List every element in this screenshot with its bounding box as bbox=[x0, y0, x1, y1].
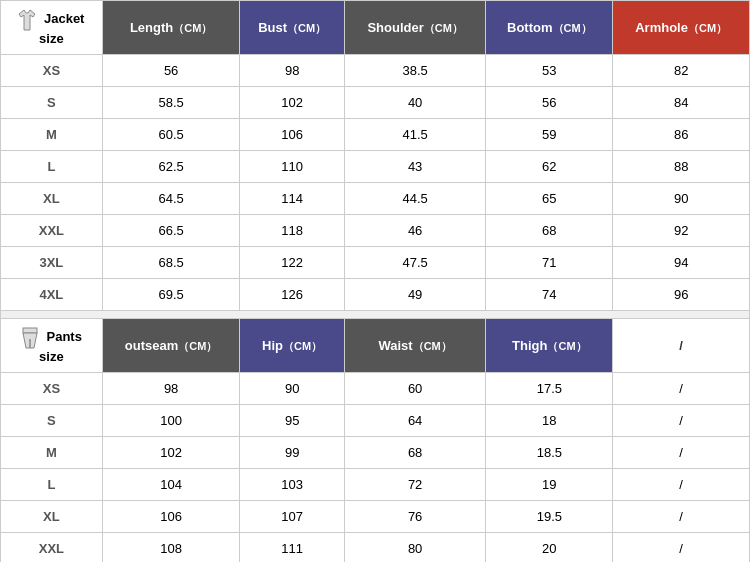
size-label: M bbox=[1, 437, 103, 469]
cell-value: 76 bbox=[344, 501, 486, 533]
cell-value: 102 bbox=[102, 437, 240, 469]
cell-value: 60 bbox=[344, 373, 486, 405]
cell-value: 43 bbox=[344, 151, 486, 183]
cell-value: 49 bbox=[344, 279, 486, 311]
cell-value: 106 bbox=[240, 119, 344, 151]
cell-value: 86 bbox=[613, 119, 750, 151]
cell-value: 56 bbox=[486, 87, 613, 119]
cell-value: 19 bbox=[486, 469, 613, 501]
size-label: S bbox=[1, 87, 103, 119]
size-label: L bbox=[1, 151, 103, 183]
table-row: M102996818.5/ bbox=[1, 437, 750, 469]
cell-value: 44.5 bbox=[344, 183, 486, 215]
pants-outseam-header: outseam（CM） bbox=[102, 319, 240, 373]
cell-value: 68 bbox=[486, 215, 613, 247]
table-row: XXL66.5118466892 bbox=[1, 215, 750, 247]
section-divider bbox=[1, 311, 750, 319]
size-label: 3XL bbox=[1, 247, 103, 279]
cell-value: 126 bbox=[240, 279, 344, 311]
slash-value: / bbox=[613, 373, 750, 405]
cell-value: 41.5 bbox=[344, 119, 486, 151]
size-chart: Jacket size Length（CM） Bust（CM） Shoulder… bbox=[0, 0, 750, 562]
cell-value: 102 bbox=[240, 87, 344, 119]
cell-value: 68.5 bbox=[102, 247, 240, 279]
cell-value: 56 bbox=[102, 55, 240, 87]
cell-value: 111 bbox=[240, 533, 344, 563]
cell-value: 38.5 bbox=[344, 55, 486, 87]
slash-value: / bbox=[613, 533, 750, 563]
cell-value: 80 bbox=[344, 533, 486, 563]
cell-value: 46 bbox=[344, 215, 486, 247]
slash-value: / bbox=[613, 501, 750, 533]
cell-value: 69.5 bbox=[102, 279, 240, 311]
cell-value: 20 bbox=[486, 533, 613, 563]
jacket-length-header: Length（CM） bbox=[102, 1, 240, 55]
cell-value: 40 bbox=[344, 87, 486, 119]
size-label: XXL bbox=[1, 215, 103, 247]
cell-value: 60.5 bbox=[102, 119, 240, 151]
cell-value: 65 bbox=[486, 183, 613, 215]
cell-value: 106 bbox=[102, 501, 240, 533]
slash-value: / bbox=[613, 469, 750, 501]
cell-value: 53 bbox=[486, 55, 613, 87]
cell-value: 62 bbox=[486, 151, 613, 183]
jacket-bottom-header: Bottom（CM） bbox=[486, 1, 613, 55]
table-row: M60.510641.55986 bbox=[1, 119, 750, 151]
jacket-bust-header: Bust（CM） bbox=[240, 1, 344, 55]
table-row: XS98906017.5/ bbox=[1, 373, 750, 405]
cell-value: 96 bbox=[613, 279, 750, 311]
cell-value: 71 bbox=[486, 247, 613, 279]
table-row: XL1061077619.5/ bbox=[1, 501, 750, 533]
jacket-shoulder-header: Shoulder（CM） bbox=[344, 1, 486, 55]
cell-value: 17.5 bbox=[486, 373, 613, 405]
cell-value: 68 bbox=[344, 437, 486, 469]
size-label: XS bbox=[1, 55, 103, 87]
cell-value: 66.5 bbox=[102, 215, 240, 247]
cell-value: 64 bbox=[344, 405, 486, 437]
table-row: 4XL69.5126497496 bbox=[1, 279, 750, 311]
table-row: XS569838.55382 bbox=[1, 55, 750, 87]
cell-value: 118 bbox=[240, 215, 344, 247]
table-row: 3XL68.512247.57194 bbox=[1, 247, 750, 279]
size-label: S bbox=[1, 405, 103, 437]
size-label: XL bbox=[1, 183, 103, 215]
pants-hip-header: Hip（CM） bbox=[240, 319, 344, 373]
size-label: XXL bbox=[1, 533, 103, 563]
cell-value: 64.5 bbox=[102, 183, 240, 215]
cell-value: 59 bbox=[486, 119, 613, 151]
pants-title: Pants size bbox=[1, 319, 103, 373]
cell-value: 74 bbox=[486, 279, 613, 311]
cell-value: 98 bbox=[102, 373, 240, 405]
slash-value: / bbox=[613, 405, 750, 437]
cell-value: 18 bbox=[486, 405, 613, 437]
table-row: L1041037219/ bbox=[1, 469, 750, 501]
pants-thigh-header: Thigh（CM） bbox=[486, 319, 613, 373]
table-row: L62.5110436288 bbox=[1, 151, 750, 183]
table-row: XXL1081118020/ bbox=[1, 533, 750, 563]
pants-slash-header: / bbox=[613, 319, 750, 373]
cell-value: 90 bbox=[240, 373, 344, 405]
jacket-title: Jacket size bbox=[1, 1, 103, 55]
slash-value: / bbox=[613, 437, 750, 469]
cell-value: 107 bbox=[240, 501, 344, 533]
size-label: 4XL bbox=[1, 279, 103, 311]
table-row: S100956418/ bbox=[1, 405, 750, 437]
cell-value: 18.5 bbox=[486, 437, 613, 469]
cell-value: 103 bbox=[240, 469, 344, 501]
cell-value: 94 bbox=[613, 247, 750, 279]
cell-value: 92 bbox=[613, 215, 750, 247]
cell-value: 114 bbox=[240, 183, 344, 215]
cell-value: 98 bbox=[240, 55, 344, 87]
cell-value: 90 bbox=[613, 183, 750, 215]
jacket-armhole-header: Armhole（CM） bbox=[613, 1, 750, 55]
table-row: S58.5102405684 bbox=[1, 87, 750, 119]
table-row: XL64.511444.56590 bbox=[1, 183, 750, 215]
cell-value: 47.5 bbox=[344, 247, 486, 279]
cell-value: 110 bbox=[240, 151, 344, 183]
cell-value: 82 bbox=[613, 55, 750, 87]
size-label: XS bbox=[1, 373, 103, 405]
cell-value: 72 bbox=[344, 469, 486, 501]
cell-value: 62.5 bbox=[102, 151, 240, 183]
cell-value: 19.5 bbox=[486, 501, 613, 533]
cell-value: 84 bbox=[613, 87, 750, 119]
